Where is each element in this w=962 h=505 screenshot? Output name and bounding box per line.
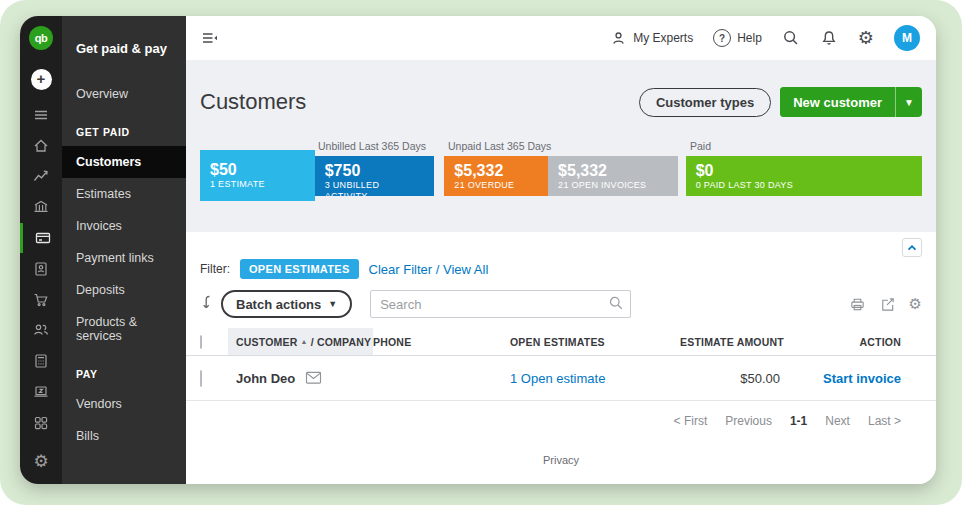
sort-arrow-icon[interactable] bbox=[200, 294, 215, 315]
segment-caption: 21 OVERDUE bbox=[454, 180, 538, 191]
new-customer-split-button: New customer ▼ bbox=[780, 87, 922, 117]
segment-paid[interactable]: $0 0 PAID LAST 30 DAYS bbox=[686, 156, 922, 196]
column-estimate-amount[interactable]: ESTIMATE AMOUNT bbox=[680, 336, 780, 348]
start-invoice-link[interactable]: Start invoice bbox=[823, 371, 901, 386]
pagination-previous[interactable]: Previous bbox=[725, 414, 772, 428]
payments-icon[interactable] bbox=[20, 223, 62, 254]
table-tools: ⚙ bbox=[849, 296, 922, 313]
segment-unbilled-activity[interactable]: $750 3 UNBILLED ACTIVITY bbox=[315, 156, 435, 196]
clear-filter-link[interactable]: Clear Filter / View All bbox=[369, 262, 489, 277]
create-new-button[interactable]: + bbox=[20, 60, 62, 100]
search-input[interactable] bbox=[370, 290, 631, 318]
money-bar-labels: Unbilled Last 365 Days Unpaid Last 365 D… bbox=[200, 140, 922, 156]
print-icon[interactable] bbox=[849, 296, 866, 313]
column-open-estimates[interactable]: OPEN ESTIMATES bbox=[510, 336, 680, 348]
bank-icon[interactable] bbox=[20, 192, 62, 223]
sidebar-item-payment-links[interactable]: Payment links bbox=[62, 242, 186, 274]
customers-table-card: Filter: OPEN ESTIMATES Clear Filter / Vi… bbox=[186, 232, 936, 484]
column-customer-label: CUSTOMER bbox=[236, 336, 298, 348]
quickbooks-logo-icon[interactable]: qb bbox=[20, 16, 62, 60]
chevron-down-icon: ▼ bbox=[328, 299, 337, 309]
my-experts-button[interactable]: My Experts bbox=[610, 30, 693, 47]
gear-glyph: ⚙ bbox=[33, 453, 48, 470]
table-row: John Deo 1 Open estimate $50.00 Start in… bbox=[186, 356, 936, 401]
privacy-link[interactable]: Privacy bbox=[186, 454, 936, 466]
user-avatar[interactable]: M bbox=[894, 25, 920, 51]
filter-row: Filter: OPEN ESTIMATES Clear Filter / Vi… bbox=[186, 232, 936, 279]
new-customer-button[interactable]: New customer bbox=[780, 87, 895, 117]
segment-amount: $0 bbox=[696, 161, 912, 180]
calculator-icon[interactable] bbox=[20, 346, 62, 377]
table-settings-gear-icon[interactable]: ⚙ bbox=[909, 297, 922, 312]
topbar-right: My Experts ? Help ⚙ M bbox=[610, 25, 920, 51]
sidebar-item-products-services[interactable]: Products & services bbox=[62, 306, 186, 352]
home-icon[interactable] bbox=[20, 130, 62, 161]
pagination-next[interactable]: Next bbox=[825, 414, 850, 428]
sidebar-item-customers[interactable]: Customers bbox=[62, 146, 186, 178]
row-checkbox[interactable] bbox=[200, 370, 202, 387]
open-estimates-filter-chip[interactable]: OPEN ESTIMATES bbox=[240, 259, 359, 279]
money-bar: Unbilled Last 365 Days Unpaid Last 365 D… bbox=[200, 140, 922, 196]
segment-estimates[interactable]: $50 1 ESTIMATE bbox=[200, 150, 315, 201]
column-customer-company[interactable]: CUSTOMER ▲ / COMPANY bbox=[228, 328, 373, 355]
segment-overdue[interactable]: $5,332 21 OVERDUE bbox=[444, 156, 548, 196]
segment-open-invoices[interactable]: $5,332 21 OPEN INVOICES bbox=[548, 156, 678, 196]
help-button[interactable]: ? Help bbox=[713, 29, 762, 47]
customer-name: John Deo bbox=[236, 371, 295, 386]
sidebar-section-pay: PAY bbox=[62, 352, 186, 388]
sidebar-section-get-paid: GET PAID bbox=[62, 110, 186, 146]
sidebar-item-overview[interactable]: Overview bbox=[62, 78, 186, 110]
select-all-checkbox[interactable] bbox=[200, 335, 202, 349]
new-customer-dropdown-chevron-icon[interactable]: ▼ bbox=[895, 87, 922, 117]
export-icon[interactable] bbox=[879, 296, 896, 313]
envelope-icon[interactable] bbox=[305, 371, 322, 385]
label-paid: Paid bbox=[690, 140, 711, 152]
page-header-section: Customers Customer types New customer ▼ … bbox=[186, 60, 936, 232]
bookmarks-menu-icon[interactable] bbox=[20, 99, 62, 130]
sidebar-title: Get paid & pay bbox=[62, 41, 186, 78]
open-estimates-cell: 1 Open estimate bbox=[510, 371, 680, 386]
settings-gear-icon[interactable]: ⚙ bbox=[20, 438, 62, 484]
open-estimate-link[interactable]: 1 Open estimate bbox=[510, 371, 605, 386]
segment-amount: $50 bbox=[210, 160, 305, 179]
sidebar-item-deposits[interactable]: Deposits bbox=[62, 274, 186, 306]
quickbooks-window: qb + bbox=[20, 16, 936, 484]
segment-amount: $750 bbox=[325, 161, 425, 180]
action-cell: Start invoice bbox=[780, 371, 901, 386]
sidebar-item-estimates[interactable]: Estimates bbox=[62, 178, 186, 210]
collapse-panel-button[interactable] bbox=[902, 238, 922, 257]
column-phone[interactable]: PHONE bbox=[373, 336, 510, 348]
pagination-first[interactable]: < First bbox=[674, 414, 708, 428]
settings-gear-icon-topbar[interactable]: ⚙ bbox=[858, 29, 874, 47]
sidebar-item-vendors[interactable]: Vendors bbox=[62, 388, 186, 420]
checkout-laptop-icon[interactable] bbox=[20, 377, 62, 408]
segment-caption: 1 ESTIMATE bbox=[210, 179, 305, 190]
sidebar-menu: Get paid & pay Overview GET PAID Custome… bbox=[62, 16, 186, 484]
pagination-range: 1-1 bbox=[790, 414, 807, 428]
segment-caption: 21 OPEN INVOICES bbox=[558, 180, 668, 191]
segment-amount: $5,332 bbox=[454, 161, 538, 180]
apps-grid-icon[interactable] bbox=[20, 407, 62, 438]
customers-people-icon[interactable] bbox=[20, 315, 62, 346]
search-icon[interactable] bbox=[782, 29, 800, 47]
sort-ascending-icon: ▲ bbox=[301, 338, 308, 345]
cart-icon[interactable] bbox=[20, 284, 62, 315]
collapse-sidebar-icon[interactable] bbox=[200, 29, 219, 47]
sidebar-item-bills[interactable]: Bills bbox=[62, 420, 186, 452]
batch-actions-button[interactable]: Batch actions ▼ bbox=[221, 290, 352, 318]
desktop-background: qb + bbox=[0, 0, 962, 505]
customer-types-button[interactable]: Customer types bbox=[639, 88, 771, 117]
person-icon bbox=[610, 30, 627, 47]
sidebar-item-invoices[interactable]: Invoices bbox=[62, 210, 186, 242]
pagination-last[interactable]: Last > bbox=[868, 414, 901, 428]
pagination: < First Previous 1-1 Next Last > bbox=[186, 401, 936, 428]
help-label: Help bbox=[737, 31, 762, 45]
search-input-magnifier-icon bbox=[608, 295, 624, 315]
notifications-bell-icon[interactable] bbox=[820, 29, 838, 47]
row-select-cell bbox=[200, 371, 236, 386]
deposits-icon[interactable] bbox=[20, 253, 62, 284]
insights-chart-icon[interactable] bbox=[20, 161, 62, 192]
icon-rail: qb + bbox=[20, 16, 62, 484]
plus-icon: + bbox=[31, 69, 52, 90]
customer-name-cell[interactable]: John Deo bbox=[236, 371, 373, 386]
